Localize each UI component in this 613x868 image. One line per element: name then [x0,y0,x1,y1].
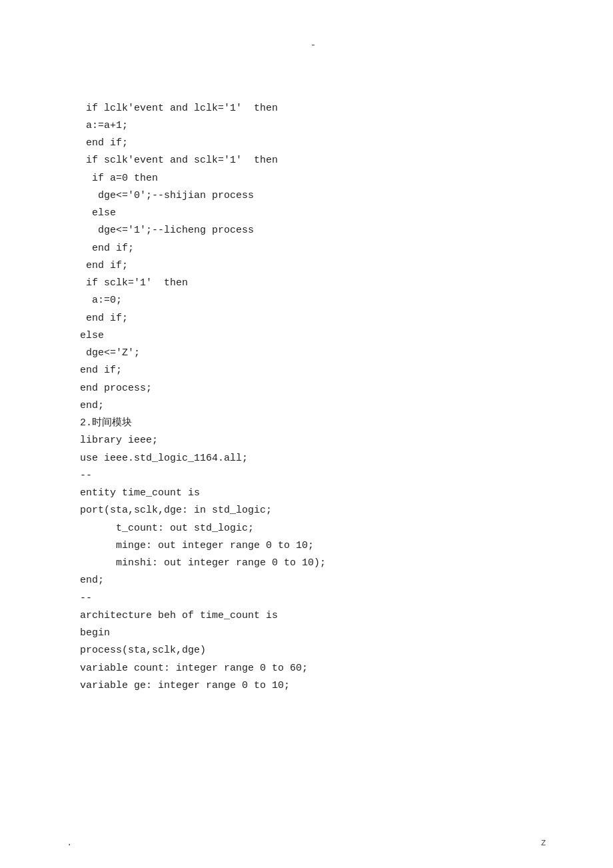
bottom-dot: . [67,837,72,848]
code-line: end process; [80,380,546,397]
code-line: else [80,327,546,345]
code-line: variable count: integer range 0 to 60; [80,660,546,677]
code-line: t_count: out std_logic; [80,520,546,537]
code-line: library ieee; [80,432,546,449]
code-line: end if; [80,310,546,327]
code-line: minge: out integer range 0 to 10; [80,537,546,555]
code-line: process(sta,sclk,dge) [80,642,546,659]
code-line: -- [80,590,546,607]
code-line: end; [80,572,546,589]
code-line: -- [80,467,546,485]
code-line: port(sta,sclk,dge: in std_logic; [80,502,546,519]
code-line: if sclk'event and sclk='1' then [80,152,546,169]
code-line: architecture beh of time_count is [80,607,546,625]
page-container: - if lclk'event and lclk='1' then a:=a+1… [0,0,613,868]
code-line: minshi: out integer range 0 to 10); [80,555,546,572]
code-line: end if; [80,257,546,275]
code-line: begin [80,625,546,642]
code-line: dge<='1';--licheng process [80,222,546,239]
code-line: if a=0 then [80,170,546,187]
code-block: if lclk'event and lclk='1' then a:=a+1; … [80,65,546,695]
code-line: end if; [80,362,546,379]
code-line: end; [80,397,546,415]
code-line: dge<='0';--shijian process [80,187,546,205]
code-line: dge<='Z'; [80,345,546,362]
code-line: use ieee.std_logic_1164.all; [80,450,546,467]
code-line: variable ge: integer range 0 to 10; [80,677,546,695]
bottom-bar: . z [0,837,613,848]
code-line: end if; [80,135,546,152]
code-line: 2.时间模块 [80,415,546,432]
code-line: a:=0; [80,292,546,309]
code-line: else [80,205,546,222]
code-line: if sclk='1' then [80,275,546,292]
top-dash: - [80,40,546,51]
code-line: end if; [80,240,546,257]
code-line: a:=a+1; [80,117,546,135]
bottom-z: z [541,837,546,848]
code-line: entity time_count is [80,485,546,502]
code-line: if lclk'event and lclk='1' then [80,100,546,117]
